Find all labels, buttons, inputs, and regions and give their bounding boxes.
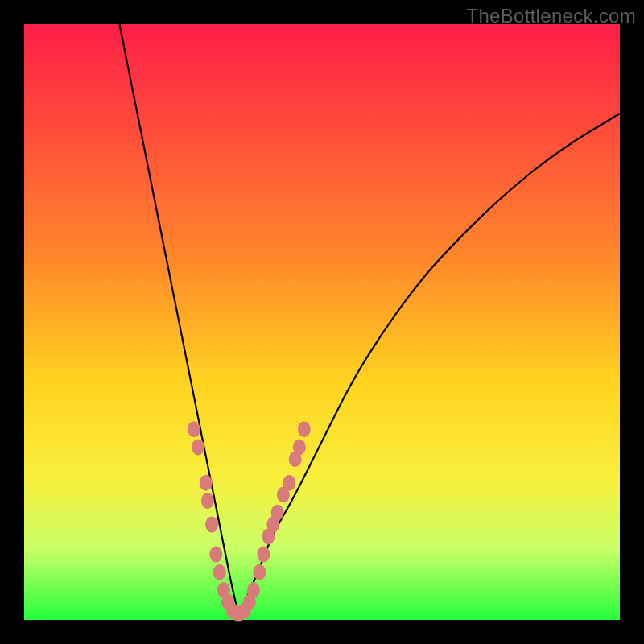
data-marker	[213, 564, 226, 580]
data-marker	[205, 517, 218, 533]
data-marker	[192, 439, 204, 455]
data-marker	[271, 505, 284, 521]
data-marker	[283, 475, 295, 491]
right-branch-line	[238, 114, 620, 614]
plot-area	[24, 24, 620, 620]
data-markers	[188, 421, 311, 621]
data-marker	[298, 421, 311, 437]
data-marker	[200, 475, 213, 491]
data-marker	[257, 547, 270, 563]
curves-svg	[24, 24, 620, 620]
data-marker	[209, 547, 222, 563]
chart-frame: TheBottleneck.com	[0, 0, 644, 644]
data-marker	[293, 439, 306, 455]
data-marker	[247, 582, 260, 598]
data-marker	[188, 421, 200, 437]
left-branch-line	[119, 24, 238, 614]
data-marker	[253, 564, 266, 580]
data-marker	[201, 493, 214, 509]
